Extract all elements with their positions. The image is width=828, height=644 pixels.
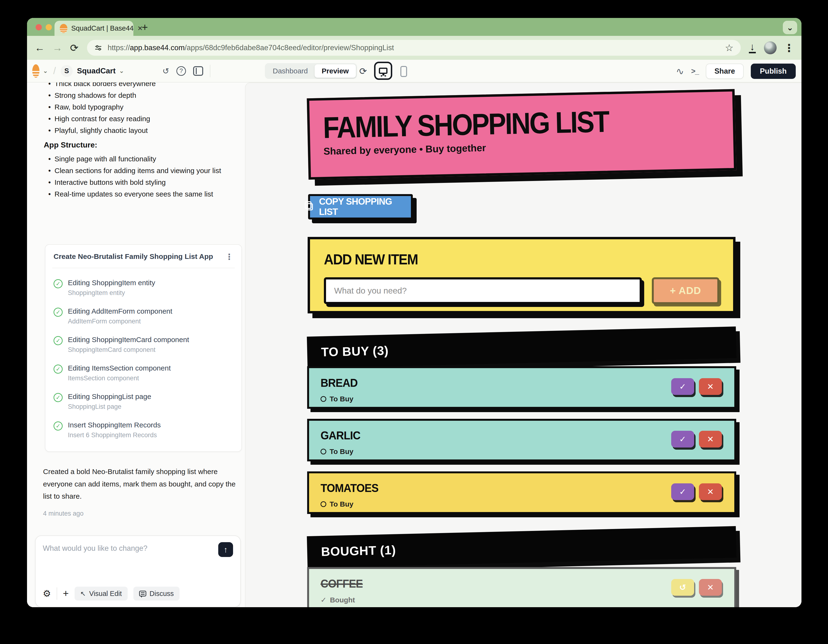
activity-icon[interactable]: ∿ bbox=[676, 66, 684, 77]
toolbar-divider bbox=[210, 65, 210, 77]
bullet-item: High contrast for easy reading bbox=[48, 115, 240, 127]
app-letter-badge[interactable]: S bbox=[61, 65, 73, 77]
item-card-garlic: GARLIC To Buy ✓ ✕ bbox=[307, 419, 736, 461]
desktop-view-button[interactable] bbox=[374, 62, 392, 80]
task-subtitle: ShoppingList page bbox=[68, 403, 151, 411]
bullet-item: Real-time updates so everyone sees the s… bbox=[48, 190, 240, 202]
task-check-icon: ✓ bbox=[53, 308, 63, 317]
mark-bought-button[interactable]: ✓ bbox=[671, 431, 694, 448]
task-row: ✓ Editing ShoppingItemCard component Sho… bbox=[53, 335, 233, 354]
bought-section-header: BOUGHT (1) bbox=[307, 526, 737, 568]
mark-bought-button[interactable]: ✓ bbox=[671, 483, 694, 500]
attach-plus-icon[interactable]: + bbox=[63, 588, 69, 599]
terminal-icon[interactable]: >_ bbox=[691, 67, 699, 75]
item-status: To Buy bbox=[320, 500, 723, 508]
copy-button-label: COPY SHOPPING LIST bbox=[319, 196, 411, 217]
circle-status-icon bbox=[320, 501, 326, 507]
bullet-item: Clean sections for adding items and view… bbox=[48, 167, 240, 178]
assistant-summary: Created a bold Neo-Brutalist family shop… bbox=[43, 465, 237, 503]
circle-status-icon bbox=[320, 449, 326, 454]
delete-item-button[interactable]: ✕ bbox=[699, 378, 722, 395]
composer-input[interactable]: What would you like to change? bbox=[43, 544, 233, 553]
breadcrumb-divider: / bbox=[53, 66, 56, 76]
monitor-icon bbox=[379, 67, 387, 74]
history-icon[interactable]: ↺ bbox=[163, 66, 169, 76]
task-row: ✓ Editing AddItemForm component AddItemF… bbox=[53, 307, 233, 325]
screenshot-background: SquadCart | Base44 ✕ + ⌄ ← → ⟳ https://a… bbox=[0, 0, 828, 644]
add-item-button[interactable]: + ADD bbox=[652, 277, 719, 304]
task-title: Editing ShoppingList page bbox=[68, 393, 151, 401]
task-card: Create Neo-Brutalist Family Shopping Lis… bbox=[45, 244, 242, 452]
visual-edit-button[interactable]: ↖ Visual Edit bbox=[75, 587, 128, 600]
collapse-panel-icon[interactable] bbox=[193, 66, 203, 76]
bullet-item: Strong shadows for depth bbox=[48, 91, 240, 103]
gear-icon[interactable]: ⚙ bbox=[43, 588, 51, 599]
cursor-icon: ↖ bbox=[80, 590, 86, 598]
profile-avatar[interactable] bbox=[764, 41, 776, 54]
copy-shopping-list-button[interactable]: COPY SHOPPING LIST bbox=[308, 194, 413, 219]
tab-dashboard[interactable]: Dashboard bbox=[266, 67, 315, 75]
delete-item-button[interactable]: ✕ bbox=[699, 483, 722, 500]
task-row: ✓ Insert ShoppingItem Records Insert 6 S… bbox=[53, 421, 233, 439]
forward-icon[interactable]: → bbox=[52, 42, 63, 53]
composer-divider bbox=[56, 588, 57, 600]
task-title: Editing ShoppingItemCard component bbox=[68, 335, 189, 344]
task-card-menu-icon[interactable]: ⋮ bbox=[225, 252, 233, 262]
item-card-bread: BREAD To Buy ✓ ✕ bbox=[307, 366, 736, 409]
task-subtitle: ShoppingItem entity bbox=[68, 289, 155, 297]
publish-button[interactable]: Publish bbox=[751, 64, 796, 79]
discuss-button[interactable]: Discuss bbox=[133, 587, 180, 600]
task-row: ✓ Editing ShoppingItem entity ShoppingIt… bbox=[53, 279, 233, 297]
mobile-view-button[interactable] bbox=[400, 66, 407, 77]
new-item-input[interactable]: What do you need? bbox=[324, 277, 642, 304]
minimize-window-button[interactable] bbox=[45, 24, 52, 30]
bullet-item: Single page with all functionality bbox=[48, 155, 240, 167]
chat-composer[interactable]: What would you like to change? ↑ ⚙ + ↖ V… bbox=[35, 536, 241, 607]
app-structure-heading: App Structure: bbox=[44, 141, 97, 149]
bullet-item: Raw, bold typography bbox=[48, 103, 240, 115]
task-check-icon: ✓ bbox=[53, 365, 63, 374]
send-button[interactable]: ↑ bbox=[218, 542, 233, 557]
app-chevron-icon[interactable]: ⌄ bbox=[119, 67, 124, 75]
view-switcher: Dashboard Preview bbox=[265, 63, 357, 79]
refresh-preview-icon[interactable]: ⟳ bbox=[359, 66, 367, 77]
tab-search-button[interactable]: ⌄ bbox=[783, 21, 797, 34]
check-status-icon: ✓ bbox=[320, 596, 326, 604]
task-title: Editing ItemsSection component bbox=[68, 364, 171, 372]
new-tab-button[interactable]: + bbox=[142, 21, 148, 33]
task-check-icon: ✓ bbox=[53, 421, 63, 431]
base44-logo-icon[interactable] bbox=[32, 64, 39, 78]
bullet-item: Interactive buttons with bold styling bbox=[48, 178, 240, 190]
delete-item-button[interactable]: ✕ bbox=[699, 579, 722, 596]
editor-toolbar: ⌄ / S SquadCart ⌄ ↺ ? Dashboard Preview … bbox=[27, 60, 801, 83]
tab-strip: SquadCart | Base44 ✕ + ⌄ bbox=[27, 18, 801, 36]
editor-content: Thick black borders everywhere Strong sh… bbox=[27, 83, 801, 607]
workspace-chevron-icon[interactable]: ⌄ bbox=[43, 67, 48, 75]
reload-icon[interactable]: ⟳ bbox=[70, 42, 78, 54]
discuss-bubble-icon bbox=[139, 591, 146, 596]
tab-preview[interactable]: Preview bbox=[315, 64, 356, 78]
item-name: COFFEE bbox=[320, 577, 723, 591]
help-icon[interactable]: ? bbox=[176, 66, 186, 76]
mark-bought-button[interactable]: ✓ bbox=[671, 378, 694, 395]
discuss-label: Discuss bbox=[150, 590, 174, 598]
close-window-button[interactable] bbox=[36, 24, 42, 30]
task-check-icon: ✓ bbox=[53, 393, 63, 402]
downloads-icon[interactable]: ↓ bbox=[749, 42, 756, 53]
site-settings-icon[interactable] bbox=[94, 44, 102, 52]
address-bar[interactable]: https://app.base44.com/apps/68dc9feb6dab… bbox=[87, 40, 740, 56]
bullet-item: Thick black borders everywhere bbox=[48, 83, 240, 91]
item-card-coffee: COFFEE ✓Bought ↺ ✕ bbox=[307, 567, 736, 607]
app-name[interactable]: SquadCart bbox=[77, 66, 116, 75]
item-name: BREAD bbox=[320, 376, 723, 390]
undo-bought-button[interactable]: ↺ bbox=[671, 579, 694, 596]
task-subtitle: AddItemForm component bbox=[68, 318, 172, 325]
task-subtitle: Insert 6 ShoppingItem Records bbox=[68, 431, 161, 439]
browser-tab[interactable]: SquadCart | Base44 ✕ bbox=[55, 21, 133, 36]
back-icon[interactable]: ← bbox=[34, 42, 45, 53]
delete-item-button[interactable]: ✕ bbox=[699, 431, 722, 448]
url-text: https://app.base44.com/apps/68dc9feb6dab… bbox=[108, 44, 394, 52]
browser-menu-icon[interactable]: ⋮ bbox=[784, 42, 794, 54]
bookmark-star-icon[interactable]: ☆ bbox=[725, 42, 734, 53]
share-button[interactable]: Share bbox=[706, 64, 743, 79]
